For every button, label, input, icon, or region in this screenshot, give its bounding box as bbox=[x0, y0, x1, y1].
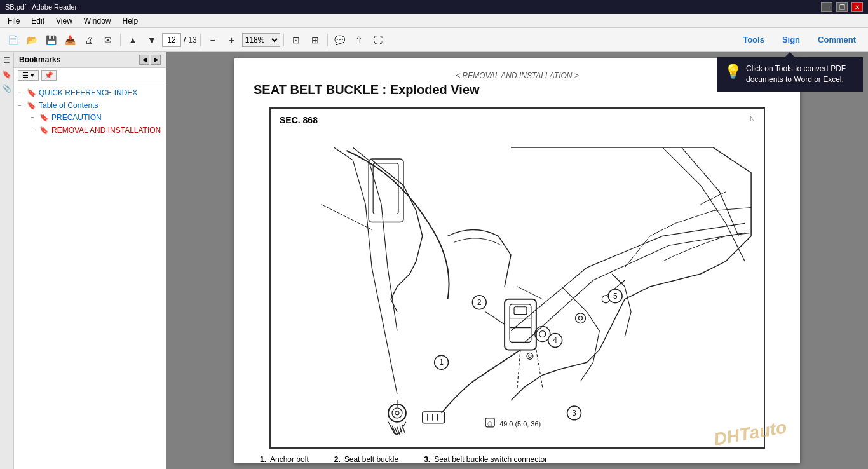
part-label-1: Anchor bolt bbox=[270, 455, 309, 464]
bookmark-precaution[interactable]: + 🔖 PRECAUTION bbox=[29, 112, 163, 125]
open-recent-button[interactable]: 📂 bbox=[23, 32, 41, 48]
svg-text:4: 4 bbox=[553, 336, 557, 344]
bookmark-removal[interactable]: + 🔖 REMOVAL AND INSTALLATION bbox=[29, 125, 163, 137]
section-label: SEC. 868 bbox=[280, 115, 318, 125]
bookmark-icon-toc: 🔖 bbox=[27, 101, 36, 110]
svg-text:49.0 (5.0, 36): 49.0 (5.0, 36) bbox=[499, 420, 541, 428]
pdf-area[interactable]: 💡 Click on Tools to convert PDF document… bbox=[166, 52, 868, 469]
bookmark-label-quick-ref: QUICK REFERENCE INDEX bbox=[39, 88, 137, 99]
tooltip-arrow bbox=[785, 52, 795, 57]
fit-width-button[interactable]: ⊞ bbox=[306, 32, 324, 48]
pdf-diagram-box: SEC. 868 IN bbox=[269, 107, 765, 449]
diagram-svg: 1 2 3 4 5 ⬡ 49.0 (5.0, 36) bbox=[271, 109, 764, 445]
tooltip: 💡 Click on Tools to convert PDF document… bbox=[717, 57, 863, 92]
bookmark-toc[interactable]: − 🔖 Table of Contents bbox=[17, 100, 163, 112]
page-nav: 12 / 13 bbox=[162, 33, 197, 47]
svg-point-12 bbox=[388, 404, 406, 422]
separator-1 bbox=[120, 34, 121, 46]
bookmarks-options-button[interactable]: ☰ ▾ bbox=[18, 70, 39, 81]
fullscreen-button[interactable]: ⛶ bbox=[369, 32, 387, 48]
panel-nav-left[interactable]: ◀ bbox=[139, 55, 149, 65]
menu-bar: File Edit View Window Help bbox=[0, 14, 868, 28]
page-number-input[interactable]: 12 bbox=[162, 33, 181, 47]
bookmark-quick-ref[interactable]: − 🔖 QUICK REFERENCE INDEX bbox=[17, 87, 163, 100]
zoom-select[interactable]: 118% 100% 75% 50% bbox=[242, 33, 280, 47]
svg-line-19 bbox=[517, 350, 520, 388]
toolbar: 📄 📂 💾 📥 🖨 ✉ ▲ ▼ 12 / 13 − + 118% 100% 75… bbox=[0, 28, 868, 52]
share-icon-button[interactable]: ⇧ bbox=[350, 32, 368, 48]
bookmarks-content: − 🔖 QUICK REFERENCE INDEX − 🔖 Table of C… bbox=[14, 83, 166, 469]
svg-point-2 bbox=[576, 313, 586, 323]
bookmark-icon-removal: 🔖 bbox=[39, 126, 49, 135]
part-num-3: 3. bbox=[424, 455, 430, 464]
tooltip-lightbulb-icon: 💡 bbox=[724, 64, 740, 80]
part-item-2: 2. Seat belt buckle bbox=[334, 455, 398, 464]
panel-nav-right[interactable]: ▶ bbox=[151, 55, 161, 65]
attachments-icon-button[interactable]: 📎 bbox=[1, 83, 13, 94]
nav-up-button[interactable]: ▲ bbox=[124, 32, 142, 48]
svg-point-1 bbox=[539, 331, 546, 337]
expand-toc: − bbox=[18, 102, 24, 109]
bookmarks-add-button[interactable]: 📌 bbox=[41, 70, 57, 81]
menu-window[interactable]: Window bbox=[79, 15, 116, 27]
bookmark-icon-precaution: 🔖 bbox=[39, 113, 49, 122]
title-bar-controls: — ❐ ✕ bbox=[821, 2, 863, 12]
pdf-page: < REMOVAL AND INSTALLATION > SEAT BELT B… bbox=[234, 58, 800, 463]
svg-point-3 bbox=[579, 316, 583, 320]
restore-button[interactable]: ❐ bbox=[836, 2, 848, 12]
comment-button[interactable]: Comment bbox=[810, 32, 864, 48]
zoom-out-button[interactable]: − bbox=[204, 32, 222, 48]
close-button[interactable]: ✕ bbox=[851, 2, 863, 12]
save-button[interactable]: 💾 bbox=[42, 32, 60, 48]
save-as-button[interactable]: 📥 bbox=[61, 32, 79, 48]
fit-page-button[interactable]: ⊡ bbox=[287, 32, 305, 48]
bookmarks-icon-button[interactable]: 🔖 bbox=[1, 69, 13, 80]
svg-line-26 bbox=[322, 205, 372, 230]
svg-text:1: 1 bbox=[439, 358, 444, 367]
bookmark-icon-quick-ref: 🔖 bbox=[27, 88, 36, 97]
page-total: 13 bbox=[188, 36, 196, 44]
part-label-2: Seat belt buckle bbox=[344, 455, 398, 464]
tooltip-text: Click on Tools to convert PDF documents … bbox=[746, 64, 855, 85]
separator-4 bbox=[327, 34, 328, 46]
part-item-3: 3. Seat belt buckle switch connector bbox=[424, 455, 547, 464]
bookmark-label-toc: Table of Contents bbox=[39, 101, 98, 111]
open-button[interactable]: 📄 bbox=[4, 32, 22, 48]
bookmarks-panel: Bookmarks ◀ ▶ ☰ ▾ 📌 − 🔖 QUICK REFERENCE … bbox=[14, 52, 166, 469]
pdf-header-nav: < REMOVAL AND INSTALLATION > bbox=[254, 71, 781, 80]
expand-removal: + bbox=[31, 127, 37, 133]
nav-down-button[interactable]: ▼ bbox=[143, 32, 161, 48]
svg-rect-15 bbox=[423, 412, 445, 423]
menu-file[interactable]: File bbox=[3, 15, 25, 27]
menu-view[interactable]: View bbox=[51, 15, 78, 27]
svg-text:3: 3 bbox=[572, 409, 576, 418]
separator-3 bbox=[283, 34, 284, 46]
svg-text:⬡: ⬡ bbox=[487, 421, 492, 427]
tools-button[interactable]: Tools bbox=[735, 32, 773, 48]
icon-bar: ☰ 🔖 📎 bbox=[0, 52, 14, 469]
svg-point-14 bbox=[395, 411, 399, 415]
title-bar: SB.pdf - Adobe Reader — ❐ ✕ bbox=[0, 0, 868, 14]
sign-button[interactable]: Sign bbox=[774, 32, 808, 48]
svg-rect-11 bbox=[514, 307, 527, 315]
sidebar-toggle-button[interactable]: ☰ bbox=[1, 55, 13, 66]
toc-children: + 🔖 PRECAUTION + 🔖 REMOVAL AND INSTALLAT… bbox=[17, 112, 163, 137]
bookmark-label-removal: REMOVAL AND INSTALLATION bbox=[51, 126, 161, 136]
separator-2 bbox=[200, 34, 201, 46]
zoom-in-button[interactable]: + bbox=[223, 32, 241, 48]
menu-edit[interactable]: Edit bbox=[26, 15, 50, 27]
part-item-1: 1. Anchor bolt bbox=[260, 455, 309, 464]
minimize-button[interactable]: — bbox=[821, 2, 832, 12]
svg-text:2: 2 bbox=[477, 298, 482, 307]
print-button[interactable]: 🖨 bbox=[80, 32, 98, 48]
expand-precaution: + bbox=[31, 114, 37, 121]
svg-text:5: 5 bbox=[613, 292, 618, 301]
svg-point-22 bbox=[529, 355, 531, 357]
svg-point-13 bbox=[392, 408, 402, 418]
email-button[interactable]: ✉ bbox=[99, 32, 117, 48]
comment-icon-button[interactable]: 💬 bbox=[331, 32, 349, 48]
menu-help[interactable]: Help bbox=[118, 15, 144, 27]
svg-line-27 bbox=[517, 287, 543, 299]
part-num-1: 1. bbox=[260, 455, 266, 464]
bookmark-label-precaution: PRECAUTION bbox=[51, 113, 102, 123]
